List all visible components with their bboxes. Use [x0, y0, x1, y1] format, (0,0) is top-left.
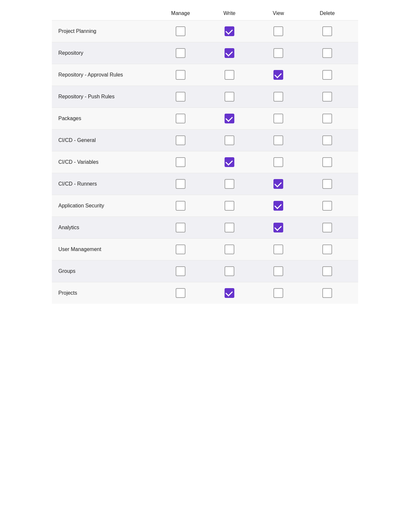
checkbox-delete-9[interactable]	[322, 223, 332, 232]
checkbox-manage-0[interactable]	[176, 26, 185, 36]
checkbox-delete-8[interactable]	[322, 201, 332, 211]
checkbox-cell-delete-10	[303, 245, 352, 254]
checkbox-cell-manage-2	[156, 70, 205, 80]
checkbox-delete-3[interactable]	[322, 92, 332, 102]
checkbox-manage-11[interactable]	[176, 266, 185, 276]
checkbox-write-8[interactable]	[225, 201, 234, 211]
row-label-8: Application Security	[58, 202, 156, 209]
checkbox-cell-manage-11	[156, 266, 205, 276]
table-row: CI/CD - General	[52, 129, 358, 151]
checkbox-write-11[interactable]	[225, 266, 234, 276]
checkbox-cell-delete-0	[303, 26, 352, 36]
checkbox-manage-7[interactable]	[176, 179, 185, 189]
checkbox-cell-manage-4	[156, 114, 205, 123]
checkbox-write-10[interactable]	[225, 245, 234, 254]
checkbox-view-12[interactable]	[273, 288, 283, 298]
checkbox-view-5[interactable]	[273, 135, 283, 145]
checkbox-cell-view-1	[254, 48, 303, 58]
row-label-11: Groups	[58, 268, 156, 275]
checkbox-delete-1[interactable]	[322, 48, 332, 58]
checkbox-write-3[interactable]	[225, 92, 234, 102]
row-label-4: Packages	[58, 115, 156, 122]
checkbox-cell-view-9	[254, 223, 303, 232]
checkbox-manage-1[interactable]	[176, 48, 185, 58]
table-row: Projects	[52, 282, 358, 304]
checkbox-manage-2[interactable]	[176, 70, 185, 80]
checkbox-view-2[interactable]	[273, 70, 283, 80]
row-label-6: CI/CD - Variables	[58, 159, 156, 166]
header-write: Write	[205, 10, 254, 16]
checkbox-delete-0[interactable]	[322, 26, 332, 36]
checkbox-write-12[interactable]	[225, 288, 234, 298]
checkbox-delete-10[interactable]	[322, 245, 332, 254]
checkbox-cell-delete-9	[303, 223, 352, 232]
checkbox-write-2[interactable]	[225, 70, 234, 80]
checkbox-cell-delete-4	[303, 114, 352, 123]
checkbox-cell-manage-6	[156, 157, 205, 167]
checkbox-manage-12[interactable]	[176, 288, 185, 298]
checkbox-delete-12[interactable]	[322, 288, 332, 298]
table-row: CI/CD - Variables	[52, 151, 358, 173]
checkbox-write-1[interactable]	[225, 48, 234, 58]
checkbox-view-1[interactable]	[273, 48, 283, 58]
checkbox-manage-5[interactable]	[176, 135, 185, 145]
checkbox-manage-4[interactable]	[176, 114, 185, 123]
checkbox-write-7[interactable]	[225, 179, 234, 189]
checkbox-cell-delete-8	[303, 201, 352, 211]
checkbox-manage-9[interactable]	[176, 223, 185, 232]
checkbox-cell-delete-5	[303, 135, 352, 145]
checkbox-view-8[interactable]	[273, 201, 283, 211]
row-label-1: Repository	[58, 49, 156, 57]
checkbox-delete-4[interactable]	[322, 114, 332, 123]
checkbox-delete-2[interactable]	[322, 70, 332, 80]
table-row: Repository - Approval Rules	[52, 64, 358, 86]
checkbox-write-6[interactable]	[225, 157, 234, 167]
checkbox-write-5[interactable]	[225, 135, 234, 145]
checkbox-cell-manage-1	[156, 48, 205, 58]
checkbox-delete-11[interactable]	[322, 266, 332, 276]
checkbox-view-7[interactable]	[273, 179, 283, 189]
table-row: Project Planning	[52, 20, 358, 42]
checkbox-write-9[interactable]	[225, 223, 234, 232]
checkbox-manage-8[interactable]	[176, 201, 185, 211]
checkbox-cell-view-4	[254, 114, 303, 123]
checkbox-cell-manage-5	[156, 135, 205, 145]
checkbox-view-10[interactable]	[273, 245, 283, 254]
checkbox-view-9[interactable]	[273, 223, 283, 232]
checkbox-cell-view-2	[254, 70, 303, 80]
checkbox-cell-write-1	[205, 48, 254, 58]
checkbox-cell-delete-2	[303, 70, 352, 80]
checkbox-delete-6[interactable]	[322, 157, 332, 167]
header-delete: Delete	[303, 10, 352, 16]
checkbox-view-6[interactable]	[273, 157, 283, 167]
checkbox-cell-write-2	[205, 70, 254, 80]
checkbox-delete-7[interactable]	[322, 179, 332, 189]
checkbox-cell-write-8	[205, 201, 254, 211]
row-label-0: Project Planning	[58, 28, 156, 35]
checkbox-cell-delete-6	[303, 157, 352, 167]
checkbox-cell-write-10	[205, 245, 254, 254]
checkbox-cell-delete-1	[303, 48, 352, 58]
checkbox-cell-view-11	[254, 266, 303, 276]
checkbox-cell-manage-3	[156, 92, 205, 102]
checkbox-cell-view-7	[254, 179, 303, 189]
checkbox-cell-delete-11	[303, 266, 352, 276]
row-label-3: Repository - Push Rules	[58, 93, 156, 100]
checkbox-manage-3[interactable]	[176, 92, 185, 102]
checkbox-cell-view-0	[254, 26, 303, 36]
checkbox-write-0[interactable]	[225, 26, 234, 36]
row-label-7: CI/CD - Runners	[58, 180, 156, 188]
checkbox-cell-write-9	[205, 223, 254, 232]
checkbox-view-3[interactable]	[273, 92, 283, 102]
checkbox-cell-write-4	[205, 114, 254, 123]
checkbox-manage-6[interactable]	[176, 157, 185, 167]
checkbox-view-4[interactable]	[273, 114, 283, 123]
checkbox-cell-manage-9	[156, 223, 205, 232]
checkbox-view-11[interactable]	[273, 266, 283, 276]
checkbox-write-4[interactable]	[225, 114, 234, 123]
table-row: Repository - Push Rules	[52, 86, 358, 107]
checkbox-delete-5[interactable]	[322, 135, 332, 145]
checkbox-cell-delete-7	[303, 179, 352, 189]
checkbox-view-0[interactable]	[273, 26, 283, 36]
checkbox-manage-10[interactable]	[176, 245, 185, 254]
